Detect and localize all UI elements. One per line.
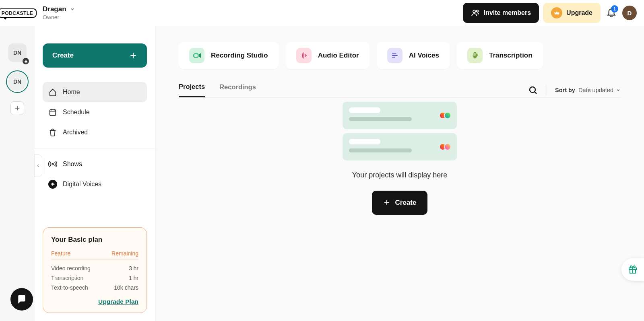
svg-rect-6 <box>474 53 476 57</box>
svg-rect-3 <box>50 110 56 116</box>
plan-row-video: Video recording 3 hr <box>51 263 138 273</box>
broadcast-icon <box>48 160 57 169</box>
svg-point-4 <box>52 163 54 165</box>
briefcase-icon <box>23 58 29 64</box>
empty-state-create-button[interactable]: Create <box>372 191 428 215</box>
rewards-button[interactable] <box>621 258 644 281</box>
divider <box>35 148 155 148</box>
user-avatar[interactable]: D <box>622 6 637 20</box>
sidebar-item-archived[interactable]: Archived <box>43 122 147 142</box>
quick-actions-row: Recording Studio Audio Editor AI Voices … <box>179 42 621 69</box>
plan-feature-label: Text-to-speech <box>51 284 88 291</box>
sidebar-item-shows[interactable]: Shows <box>43 154 147 174</box>
sidebar-item-label: Home <box>63 88 80 96</box>
add-workspace-button[interactable] <box>10 101 24 115</box>
plan-feature-label: Transcription <box>51 275 83 281</box>
chat-icon <box>17 294 27 305</box>
upgrade-button[interactable]: Upgrade <box>543 3 601 23</box>
tab-projects[interactable]: Projects <box>179 83 205 97</box>
svg-rect-2 <box>25 61 27 63</box>
empty-state-text: Your projects will display here <box>352 171 447 179</box>
sidebar-item-schedule[interactable]: Schedule <box>43 102 147 122</box>
trash-icon <box>48 128 57 137</box>
plan-title: Your Basic plan <box>51 236 138 244</box>
collapse-sidebar-handle[interactable] <box>34 154 42 177</box>
plan-feature-label: Video recording <box>51 265 91 272</box>
card-label: AI Voices <box>409 51 439 60</box>
plan-remaining-value: 1 hr <box>129 275 138 281</box>
main-content: Recording Studio Audio Editor AI Voices … <box>155 26 644 321</box>
svg-point-1 <box>476 10 478 12</box>
plan-head-feature: Feature <box>51 250 70 257</box>
chevron-down-icon <box>70 6 75 12</box>
sidebar-item-digital-voices[interactable]: Digital Voices <box>43 174 147 194</box>
home-icon <box>48 88 57 97</box>
brand-logo[interactable]: PODCASTLE <box>0 8 37 18</box>
sort-select[interactable]: Date updated <box>578 87 621 93</box>
tab-recordings[interactable]: Recordings <box>219 83 256 97</box>
workspace-rail: DN DN <box>0 26 35 321</box>
create-button-label: Create <box>52 51 74 60</box>
gift-icon <box>628 265 638 274</box>
waveform-icon <box>48 180 57 189</box>
search-icon <box>528 85 538 95</box>
invite-members-button[interactable]: Invite members <box>463 3 539 23</box>
plus-icon <box>129 51 137 60</box>
create-button[interactable]: Create <box>43 43 147 68</box>
app-header: PODCASTLE Dragan Owner Invite members Up… <box>0 0 644 26</box>
invite-members-label: Invite members <box>484 9 531 16</box>
card-ai-voices[interactable]: AI Voices <box>377 42 450 69</box>
transcription-icon <box>467 48 483 63</box>
plan-remaining-value: 3 hr <box>129 265 138 272</box>
svg-point-7 <box>530 87 535 93</box>
card-label: Transcription <box>489 51 533 60</box>
notifications-button[interactable]: 1 <box>606 7 617 19</box>
workspace-badge-1-initials: DN <box>13 49 21 56</box>
plan-row-tts: Text-to-speech 10k chars <box>51 283 138 292</box>
plan-head-remaining: Remaining <box>111 250 138 257</box>
vertical-separator <box>547 84 547 96</box>
sidebar-item-home[interactable]: Home <box>43 82 147 102</box>
workspace-badge-1[interactable]: DN <box>8 43 27 62</box>
search-button[interactable] <box>527 84 539 96</box>
plus-icon <box>383 199 390 206</box>
calendar-icon <box>48 108 57 117</box>
sidebar-item-label: Digital Voices <box>63 181 101 188</box>
card-transcription[interactable]: Transcription <box>457 42 543 69</box>
chat-support-button[interactable] <box>10 288 33 311</box>
upgrade-plan-link[interactable]: Upgrade Plan <box>51 298 138 305</box>
chevron-left-icon <box>36 164 40 168</box>
studio-icon <box>189 48 204 63</box>
card-label: Audio Editor <box>318 51 359 60</box>
audio-editor-icon <box>296 48 312 63</box>
brand-logo-area: PODCASTLE <box>0 0 35 26</box>
create-label: Create <box>395 199 417 207</box>
chevron-down-icon <box>616 88 621 93</box>
sidebar-item-label: Schedule <box>63 109 90 116</box>
people-icon <box>471 8 480 17</box>
workspace-badge-2-active[interactable]: DN <box>8 72 27 91</box>
plan-remaining-value: 10k chars <box>114 284 138 291</box>
crown-icon <box>551 7 562 19</box>
plus-icon <box>14 105 21 111</box>
card-label: Recording Studio <box>211 51 268 60</box>
svg-rect-5 <box>194 54 198 57</box>
empty-state-illustration <box>343 102 457 160</box>
workspace-badge-2-initials: DN <box>13 78 21 85</box>
sidebar: Create Home Schedule Archived <box>35 26 155 321</box>
workspace-role-label: Owner <box>43 14 75 21</box>
notification-count-badge: 1 <box>611 5 618 12</box>
plan-card: Your Basic plan Feature Remaining Video … <box>43 227 147 313</box>
card-audio-editor[interactable]: Audio Editor <box>286 42 369 69</box>
sidebar-item-label: Shows <box>63 160 82 168</box>
upgrade-label: Upgrade <box>566 9 592 16</box>
sidebar-item-label: Archived <box>63 129 88 136</box>
workspace-switcher[interactable]: Dragan Owner <box>35 5 75 21</box>
tabs-row: Projects Recordings Sort by Date updated <box>179 83 621 98</box>
plan-row-transcription: Transcription 1 hr <box>51 273 138 283</box>
projects-empty-state: Your projects will display here Create <box>179 102 621 215</box>
svg-point-0 <box>473 10 475 12</box>
ai-voices-icon <box>387 48 402 63</box>
sort-value-text: Date updated <box>578 87 613 93</box>
card-recording-studio[interactable]: Recording Studio <box>179 42 279 69</box>
